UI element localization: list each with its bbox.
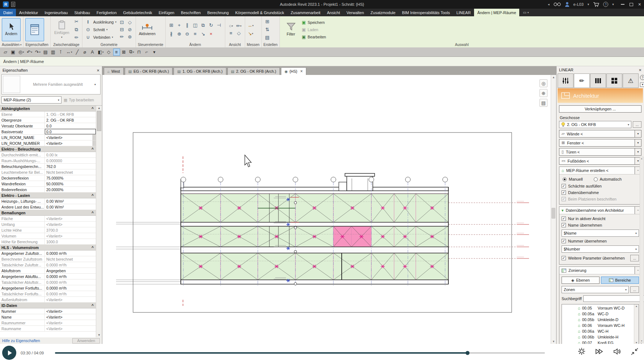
property-row[interactable]: Abluftstrom Angegeben ^ [0,268,96,274]
modify-button[interactable]: Ändern [2,18,21,41]
property-row[interactable]: Elektro - Lasten ^ [0,193,96,198]
cut-icon[interactable]: ✂ [73,18,80,25]
measure-icon[interactable]: ⊺ [57,49,64,56]
align-icon[interactable]: ⌐ [144,49,150,56]
category-button[interactable]: ▯ Türen < ▾ [559,148,641,156]
number-param-combo[interactable]: $Number▾ [562,245,639,253]
redo-icon[interactable]: ↷▾ [34,49,42,56]
cut-geometry-icon[interactable]: ◇ [126,18,133,26]
property-row[interactable]: Deckenreflexion 75.0000% ^ [0,175,96,181]
ribbon-display-toggle[interactable]: ▭▾ [523,9,529,16]
section-collapse-icon[interactable]: ^ [89,303,96,308]
playback-speed-icon[interactable] [595,348,604,355]
scale-icon[interactable]: ↘ [199,30,207,38]
section-icon[interactable]: ◇ [106,49,112,56]
minimize-button[interactable] [621,4,624,5]
chevron-down-icon[interactable]: ▾ [635,148,641,155]
radio-automatic[interactable]: Automatisch [594,177,622,181]
ribbon-tab[interactable]: Ansicht [324,9,343,16]
apply-button[interactable]: Anwenden [72,338,100,344]
match-properties-icon[interactable]: ✏ [73,34,80,41]
properties-help-link[interactable]: Hilfe zu Eigenschaften [2,338,40,343]
copy-icon[interactable]: ⧉ [199,21,207,29]
nav-options-icon[interactable]: ▤ [539,99,547,107]
property-row[interactable]: Elektro - Beleuchtung ^ [0,146,96,152]
collapse-left-icon[interactable]: ◂ [548,3,550,6]
view-tab[interactable]: ⌂ West [104,67,124,75]
mirror-icon[interactable]: ◫ [191,21,199,29]
undo-icon[interactable]: ↶▾ [26,49,33,56]
property-row[interactable]: Ebene 1. OG - OK RFB ^ [0,111,96,117]
section-collapse-icon[interactable]: ^ [89,106,96,111]
restore-button[interactable] [630,3,633,6]
load-selection-button[interactable]: ▣Laden [302,26,326,33]
text-icon[interactable]: A [89,49,96,56]
signed-in-user[interactable]: e-L03 [573,2,584,7]
warnings-tab[interactable]: ⚠ [623,73,639,88]
paint-icon[interactable]: ✏ [118,33,125,41]
category-button[interactable]: ▱ Wände < ▾ [559,130,641,138]
switch-windows-icon[interactable]: ⧉▾ [128,49,135,56]
chevron-down-icon[interactable]: ▾ [635,139,641,146]
paste-button[interactable]: Einfügen ▾ [52,18,71,41]
level-browse-button[interactable]: ... [633,121,641,128]
property-row[interactable]: LIN_ROOM_NAME <Variiert> ^ [0,135,96,140]
ribbon-tab[interactable]: LINEAR [453,9,474,16]
help-dropdown-icon[interactable]: ▾ [612,3,614,6]
property-row[interactable]: Lichte Höhe 3700.0 ^ [0,227,96,233]
check-data-takeover[interactable]: ✓Datenübernahme [562,190,639,195]
type-selector[interactable]: Mehrere Familien ausgewählt ▾ [1,74,101,94]
help-icon[interactable]: ? [603,2,608,7]
ribbon-tab[interactable]: Ändern | MEP-Räume [474,9,519,16]
property-row[interactable]: Raumname <Variiert> ^ [0,326,96,332]
zones-combo[interactable]: Zonen▾ [562,286,629,293]
ribbon-tab[interactable]: Datei [0,9,16,16]
save-icon[interactable]: ▣ [10,49,17,56]
mep-create-header[interactable]: ⌂ MEP-Räume erstellen < ^ [559,167,641,174]
radio-manual[interactable]: Manuell [563,177,583,181]
create-group-icon[interactable]: ⊞ [264,18,271,25]
ribbon-tab[interactable]: Stahlbau [71,9,93,16]
property-row[interactable]: Leuchtenebene für Bel... Nicht berechnet… [0,169,96,175]
edit-selection-button[interactable]: ▣Bearbeiten [302,33,326,40]
property-row[interactable]: Andere Last des Entwu... 0.00 W/m² ^ [0,204,96,210]
property-row[interactable]: Versatz Oberkante 0.0 ^ [0,123,96,129]
column-icon[interactable]: ⊓ [136,49,143,56]
property-row[interactable]: Wandreflexion 50.0000% ^ [0,181,96,187]
property-row[interactable]: Tatsächlicher Fortlufts... 0.0000 m³/h ^ [0,291,96,297]
reveal-hidden-icon[interactable]: ○▾ [227,22,235,30]
section-collapse-icon[interactable]: ^ [89,245,96,250]
volume-icon[interactable] [613,348,622,355]
ribbon-tab[interactable]: Verwalten [343,9,367,16]
property-row[interactable]: Höhe für Berechnung 1000.0 ^ [0,239,96,245]
zoom-icon[interactable]: ⊕ [539,89,547,97]
property-row[interactable]: ID-Daten ^ [0,303,96,308]
property-row[interactable]: LIN_ROOM_NUMBER <Variiert> ^ [0,140,96,146]
ribbon-tab[interactable]: Berechnung [204,9,232,16]
view-tab[interactable]: ◉ {HS} × [281,67,306,75]
ribbon-tab[interactable]: Beschriften [178,9,204,16]
zone-item[interactable]: ⌂ 00.05b Umkleide-D [578,317,634,323]
demolish-icon[interactable]: ⊚ [126,33,133,41]
unpin-icon[interactable]: ⊖ [183,30,191,38]
progress-bar[interactable] [55,352,545,354]
filter-button[interactable]: Filter [282,18,300,41]
open-icon[interactable]: ▱ [2,49,9,56]
schnitt-button[interactable]: Schnitt [93,28,105,32]
name-param-combo[interactable]: $Name▾ [562,230,639,237]
app-store-cart-icon[interactable] [593,2,599,7]
array-icon[interactable]: ≡ [191,30,199,38]
view-tab[interactable]: ▤ 2. OG - OK RFB (Arch.) [227,67,280,75]
split-face-icon[interactable]: ⊟ [118,26,125,33]
verbinden-button[interactable]: Verbinden [93,35,110,39]
properties-scrollbar[interactable]: ▲ ▼ [96,106,102,337]
ribbon-tab[interactable]: Architektur [16,9,42,16]
row-more-button[interactable] [93,140,96,146]
zone-item[interactable]: ⌂ 00.06 Vorraum WC-H [578,323,634,328]
panel-collapse-icon[interactable]: ▼ [640,83,644,87]
split-icon[interactable]: ∦ [167,30,175,38]
property-row[interactable]: Angegebener Zuluftstr... 0.0000 m³/h ^ [0,251,96,256]
bereiche-button[interactable]: Bereiche [601,277,639,284]
check-tag-on-place[interactable]: ✓Beim Platzieren beschriften [562,197,639,201]
close-button[interactable]: × [638,2,641,7]
